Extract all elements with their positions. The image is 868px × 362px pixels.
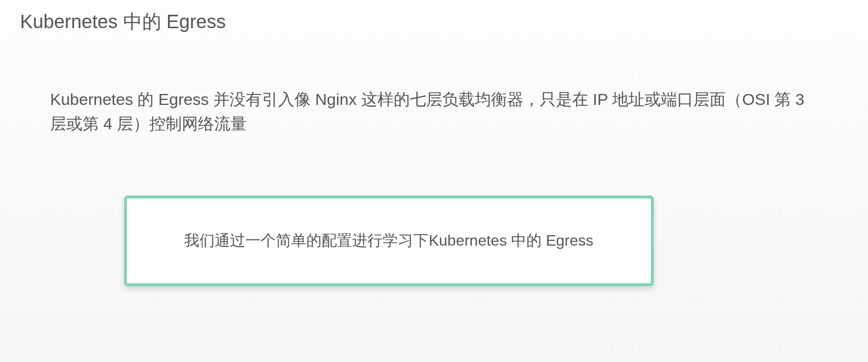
slide-title: Kubernetes 中的 Egress [0,0,868,35]
callout-box: 我们通过一个简单的配置进行学习下Kubernetes 中的 Egress [124,196,654,286]
body-paragraph: Kubernetes 的 Egress 并没有引入像 Nginx 这样的七层负载… [0,35,868,136]
callout-text: 我们通过一个简单的配置进行学习下Kubernetes 中的 Egress [184,230,593,251]
